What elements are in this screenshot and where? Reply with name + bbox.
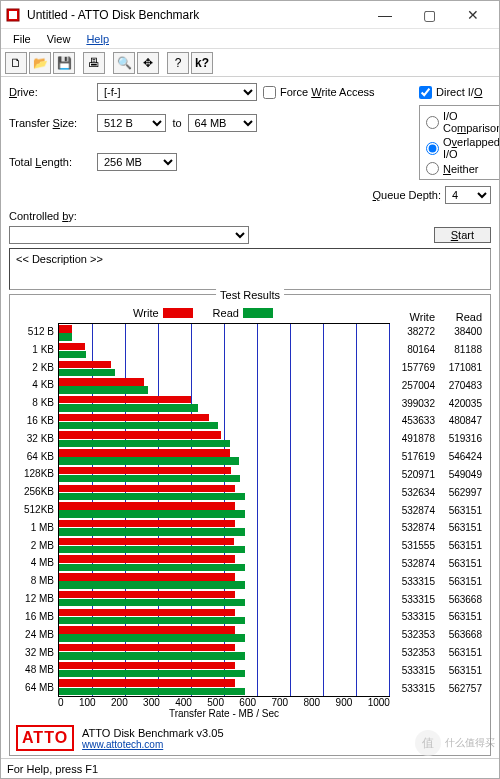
menubar: File View Help [1, 29, 499, 49]
vendor-link[interactable]: www.attotech.com [82, 739, 223, 750]
io-comparison-radio[interactable]: I/O Comparison [426, 110, 499, 134]
svg-rect-1 [9, 11, 17, 19]
transfer-to-label: to [172, 117, 181, 129]
chart-y-labels: 512 B1 KB2 KB4 KB8 KB16 KB32 KB64 KB128K… [14, 323, 56, 697]
watermark: 值 什么值得买 [415, 730, 495, 756]
atto-logo: ATTO [16, 725, 74, 751]
read-legend: Read [213, 305, 273, 321]
read-col-header: Read [439, 311, 486, 323]
preview-icon[interactable]: 🔍 [113, 52, 135, 74]
chart-x-axis: 01002003004005006007008009001000 [58, 697, 390, 708]
titlebar: Untitled - ATTO Disk Benchmark — ▢ ✕ [1, 1, 499, 29]
transfer-from-select[interactable]: 512 B [97, 114, 166, 132]
force-write-checkbox[interactable]: Force Write Access [263, 86, 413, 99]
controlled-by-label: Controlled by: [9, 210, 77, 222]
window-title: Untitled - ATTO Disk Benchmark [27, 8, 363, 22]
statusbar: For Help, press F1 [1, 758, 499, 778]
controlled-by-select[interactable] [9, 226, 249, 244]
maximize-button[interactable]: ▢ [407, 2, 451, 28]
product-name: ATTO Disk Benchmark v3.05 [82, 727, 223, 739]
app-icon [5, 7, 21, 23]
transfer-size-label: Transfer Size: [9, 117, 91, 129]
transfer-to-select[interactable]: 64 MB [188, 114, 257, 132]
print-icon[interactable]: 🖶 [83, 52, 105, 74]
toolbar: 🗋 📂 💾 🖶 🔍 ✥ ? k? [1, 49, 499, 77]
queue-depth-select[interactable]: 4 [445, 186, 491, 204]
menu-help[interactable]: Help [78, 31, 117, 47]
move-icon[interactable]: ✥ [137, 52, 159, 74]
results-table: 3827238400801648118815776917108125700427… [392, 323, 486, 697]
menu-file[interactable]: File [5, 31, 39, 47]
overlapped-io-radio[interactable]: Overlapped I/O [426, 136, 499, 160]
total-length-label: Total Length: [9, 156, 91, 168]
chart-x-label: Transfer Rate - MB / Sec [58, 708, 390, 719]
direct-io-checkbox[interactable]: Direct I/O [419, 86, 499, 99]
neither-radio[interactable]: Neither [426, 162, 499, 175]
start-button[interactable]: Start [434, 227, 491, 243]
queue-depth-label: Queue Depth: [373, 189, 442, 201]
drive-select[interactable]: [-f-] [97, 83, 257, 101]
save-icon[interactable]: 💾 [53, 52, 75, 74]
write-col-header: Write [392, 311, 439, 323]
drive-label: Drive: [9, 86, 91, 98]
results-legend: Test Results [216, 289, 284, 301]
description-box[interactable]: << Description >> [9, 248, 491, 290]
close-button[interactable]: ✕ [451, 2, 495, 28]
menu-view[interactable]: View [39, 31, 79, 47]
new-icon[interactable]: 🗋 [5, 52, 27, 74]
content-area: Drive: [-f-] Force Write Access Direct I… [1, 77, 499, 758]
app-window: Untitled - ATTO Disk Benchmark — ▢ ✕ Fil… [0, 0, 500, 779]
write-legend: Write [133, 305, 192, 321]
open-icon[interactable]: 📂 [29, 52, 51, 74]
chart-canvas [58, 323, 390, 697]
results-panel: Test Results Write Read Write Read 512 B… [9, 294, 491, 756]
total-length-select[interactable]: 256 MB [97, 153, 177, 171]
help-icon[interactable]: ? [167, 52, 189, 74]
about-icon[interactable]: k? [191, 52, 213, 74]
minimize-button[interactable]: — [363, 2, 407, 28]
